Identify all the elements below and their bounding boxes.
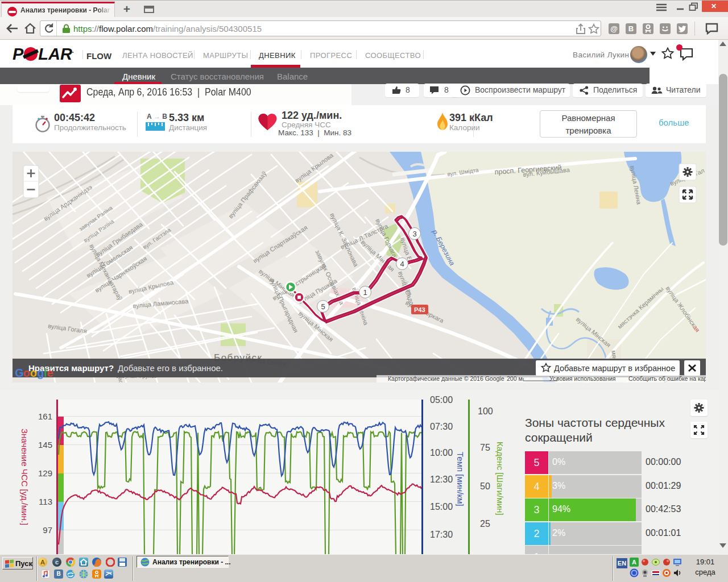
svg-text:G: G: [15, 367, 24, 379]
svg-text:o: o: [23, 367, 30, 379]
svg-text:l: l: [44, 367, 47, 379]
svg-text:1: 1: [363, 288, 367, 297]
svg-text:5: 5: [321, 302, 325, 311]
svg-text:g: g: [37, 367, 44, 379]
svg-text:Условия использования: Условия использования: [549, 375, 616, 382]
svg-text:3: 3: [412, 230, 416, 238]
svg-text:Картографические данные © 2016: Картографические данные © 2016 Google: [388, 375, 504, 382]
svg-text:200 м: 200 м: [507, 375, 523, 382]
svg-text:4: 4: [400, 260, 404, 268]
svg-text:Сообщить об ошибке на карте: Сообщить об ошибке на карте: [628, 375, 706, 382]
svg-text:o: o: [30, 367, 37, 379]
svg-text:Добавьте его в избранное.: Добавьте его в избранное.: [118, 363, 223, 373]
svg-text:Добавьте маршрут в избранное: Добавьте маршрут в избранное: [554, 364, 675, 373]
svg-text:P43: P43: [414, 306, 425, 313]
svg-text:e: e: [47, 367, 53, 379]
